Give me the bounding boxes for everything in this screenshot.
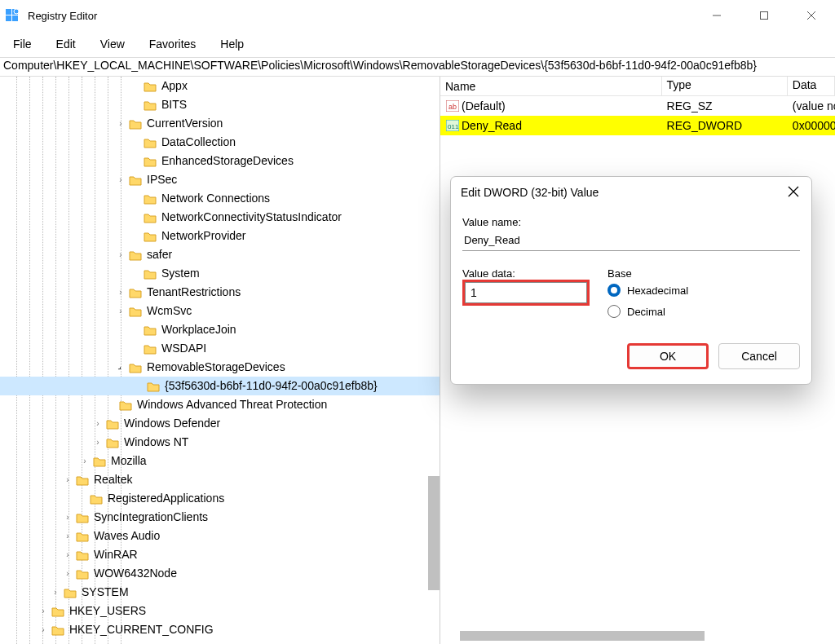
folder-icon [129,287,142,298]
tree-item[interactable]: ▶Network Connections [0,189,440,208]
menu-file[interactable]: File [10,35,35,53]
list-row-deny-read[interactable]: 011Deny_Read REG_DWORD 0x00000001 (1) [440,116,835,135]
folder-icon [144,268,157,280]
folder-icon [93,456,106,467]
tree-item[interactable]: ›Windows NT [0,433,440,452]
menu-favorites[interactable]: Favorites [146,35,200,53]
chevron-right-icon[interactable]: › [61,511,74,524]
tree-item[interactable]: ▶DataCollection [0,133,440,152]
edit-dword-dialog: Edit DWORD (32-bit) Value Value name: De… [450,176,812,385]
tree-item[interactable]: ▶NetworkConnectivityStatusIndicator [0,208,440,227]
folder-icon [129,174,142,186]
chevron-right-icon[interactable]: › [114,117,127,130]
registry-tree[interactable]: ▶Appx ▶BITS ›CurrentVersion ▶DataCollect… [0,77,440,639]
tree-item[interactable]: ▶Windows Advanced Threat Protection [0,395,440,414]
col-data[interactable]: Data [788,77,835,95]
horizontal-scrollbar[interactable] [460,631,705,641]
radio-icon [607,305,621,318]
tree-item-rsd[interactable]: ›RemovableStorageDevices [0,358,440,377]
tree-item[interactable]: ›SyncIntegrationClients [0,508,440,527]
chevron-right-icon[interactable]: › [37,624,50,637]
folder-icon [129,249,142,261]
tree-item[interactable]: ▶WSDAPI [0,339,440,358]
folder-icon [51,606,64,617]
tree-item[interactable]: ›SYSTEM [0,583,440,602]
folder-icon [144,156,157,167]
value-name-label: Value name: [462,216,800,228]
folder-icon [64,587,77,598]
tree-item[interactable]: ›Waves Audio [0,527,440,545]
svg-rect-0 [6,9,11,15]
minimize-button[interactable] [693,0,740,31]
tree-item[interactable]: ▶NetworkProvider [0,227,440,245]
chevron-right-icon[interactable]: › [114,305,127,318]
tree-item-guid[interactable]: {53f5630d-b6bf-11d0-94f2-00a0c91efb8b} [0,377,440,395]
tree-item[interactable]: ▶RegisteredApplications [0,489,440,508]
chevron-right-icon[interactable]: › [49,586,62,599]
folder-icon [106,437,119,448]
folder-icon [144,137,157,148]
folder-icon [144,81,157,92]
tree-item[interactable]: ›WinRAR [0,545,440,564]
tree-item[interactable]: ›Windows Defender [0,414,440,433]
address-bar[interactable]: Computer\HKEY_LOCAL_MACHINE\SOFTWARE\Pol… [0,57,835,77]
tree-item[interactable]: ▶EnhancedStorageDevices [0,152,440,170]
value-name-field: Deny_Read [462,230,800,251]
tree-item[interactable]: ›CurrentVersion [0,114,440,133]
menu-edit[interactable]: Edit [53,35,79,53]
string-value-icon: ab [445,99,460,112]
list-row-default[interactable]: ab(Default) REG_SZ (value not set) [440,96,835,116]
chevron-right-icon[interactable]: › [61,474,74,487]
close-button[interactable] [788,0,835,31]
tree-item[interactable]: ▶WorkplaceJoin [0,320,440,339]
tree-item[interactable]: ›safer [0,245,440,264]
chevron-right-icon[interactable]: › [114,174,127,187]
radio-hex[interactable]: Hexadecimal [607,280,688,301]
col-name[interactable]: Name [440,77,662,95]
tree-item[interactable]: ›TenantRestrictions [0,283,440,302]
chevron-right-icon[interactable]: › [91,436,104,449]
chevron-right-icon[interactable]: › [91,417,104,430]
radio-dec[interactable]: Decimal [607,301,688,322]
chevron-right-icon[interactable]: › [114,286,127,299]
menu-help[interactable]: Help [217,35,247,53]
chevron-right-icon[interactable]: › [114,249,127,262]
chevron-right-icon[interactable]: › [61,549,74,562]
menu-view[interactable]: View [97,35,128,53]
tree-item[interactable]: ›IPSec [0,170,440,189]
folder-icon [144,343,157,355]
chevron-down-icon[interactable]: › [112,358,130,377]
folder-icon [144,193,157,205]
folder-icon [76,568,89,580]
folder-icon [129,306,142,317]
ok-button[interactable]: OK [627,343,709,369]
chevron-right-icon[interactable]: › [61,567,74,580]
tree-item[interactable]: ›WOW6432Node [0,564,440,583]
cancel-button[interactable]: Cancel [718,343,800,369]
chevron-right-icon[interactable]: › [37,605,50,618]
tree-item[interactable]: ›HKEY_USERS [0,602,440,620]
vertical-scrollbar[interactable] [428,476,440,590]
dword-value-icon: 011 [445,119,460,132]
tree-item[interactable]: ›Realtek [0,470,440,489]
tree-item[interactable]: ▶System [0,264,440,283]
tree-item[interactable]: ›Mozilla [0,452,440,470]
svg-text:011: 011 [448,123,459,130]
folder-icon [76,549,89,561]
folder-icon [76,474,89,486]
tree-item[interactable]: ▶BITS [0,95,440,114]
folder-icon [106,418,119,430]
tree-item[interactable]: ▶Appx [0,77,440,95]
tree-item[interactable]: ›HKEY_CURRENT_CONFIG [0,620,440,639]
maximize-button[interactable] [740,0,788,31]
folder-icon [147,381,160,392]
dialog-close-button[interactable] [785,183,802,202]
col-type[interactable]: Type [662,77,788,95]
svg-point-4 [14,9,19,14]
chevron-right-icon[interactable]: › [78,455,91,468]
tree-item[interactable]: ›WcmSvc [0,302,440,320]
svg-text:ab: ab [448,103,457,111]
value-data-input[interactable] [465,282,587,303]
chevron-right-icon[interactable]: › [61,530,74,543]
svg-rect-2 [6,15,11,21]
